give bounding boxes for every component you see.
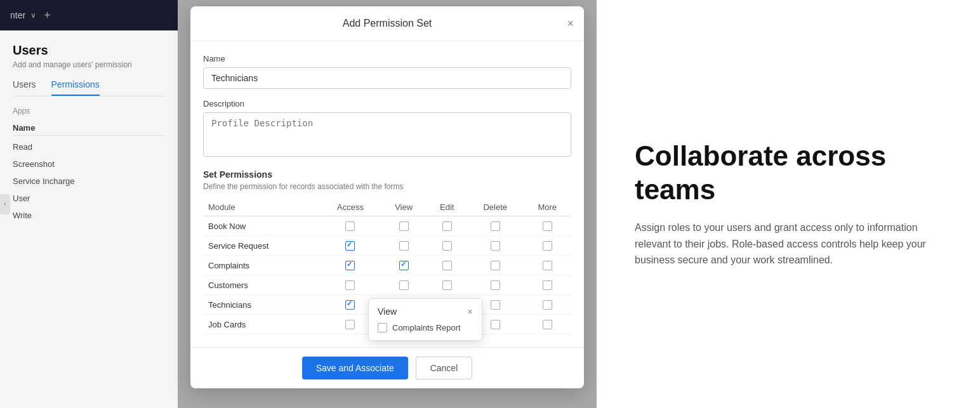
delete-cell xyxy=(467,236,524,256)
more-checkbox[interactable] xyxy=(543,261,552,270)
cancel-button[interactable]: Cancel xyxy=(416,357,473,379)
module-cell: Service Request xyxy=(203,236,320,256)
edit-checkbox[interactable] xyxy=(442,221,452,231)
name-input[interactable] xyxy=(203,67,571,89)
access-checkbox[interactable] xyxy=(345,221,355,231)
access-checkbox[interactable] xyxy=(345,300,355,310)
view-popup-close-button[interactable]: × xyxy=(468,306,473,317)
more-checkbox[interactable] xyxy=(543,221,552,231)
more-cell xyxy=(524,315,571,334)
delete-cell xyxy=(467,256,524,275)
table-row: Customers xyxy=(203,275,571,295)
more-checkbox[interactable] xyxy=(543,241,552,251)
view-popup-item: Complaints Report xyxy=(378,323,473,332)
module-cell: Book Now xyxy=(203,216,320,236)
access-checkbox[interactable] xyxy=(345,320,355,329)
col-delete: Delete xyxy=(467,199,524,216)
list-item-read[interactable]: Read xyxy=(13,138,165,155)
collapse-sidebar-button[interactable]: ‹ xyxy=(0,194,10,214)
more-cell xyxy=(524,295,571,315)
view-checkbox[interactable] xyxy=(399,241,409,251)
view-cell xyxy=(381,216,427,236)
access-cell xyxy=(320,256,381,275)
table-row: Book Now xyxy=(203,216,571,236)
sidebar-section-title: Users xyxy=(13,43,165,58)
list-item-screenshot[interactable]: Screenshot xyxy=(13,155,165,173)
list-item-write[interactable]: Write xyxy=(13,207,165,224)
col-access: Access xyxy=(320,199,381,216)
edit-cell xyxy=(427,275,467,295)
view-checkbox[interactable] xyxy=(399,280,409,290)
delete-checkbox[interactable] xyxy=(491,320,500,329)
edit-checkbox[interactable] xyxy=(442,261,452,270)
more-checkbox[interactable] xyxy=(543,300,552,310)
tab-users[interactable]: Users xyxy=(13,79,36,96)
tab-permissions[interactable]: Permissions xyxy=(51,79,100,96)
list-item-user[interactable]: User xyxy=(13,190,165,207)
more-cell xyxy=(524,275,571,295)
right-heading: Collaborate across teams xyxy=(635,140,942,207)
delete-checkbox[interactable] xyxy=(491,241,500,251)
edit-cell xyxy=(427,216,467,236)
more-cell xyxy=(524,256,571,275)
col-edit: Edit xyxy=(427,199,467,216)
more-checkbox[interactable] xyxy=(543,320,552,329)
modal-footer: Save and Associate Cancel xyxy=(190,347,584,388)
right-description: Assign roles to your users and grant acc… xyxy=(635,220,942,268)
add-permission-set-modal: Add Permission Set × Name Description Se… xyxy=(190,6,584,388)
more-cell xyxy=(524,216,571,236)
description-field-group: Description xyxy=(203,99,571,159)
more-cell xyxy=(524,236,571,256)
table-row: Service Request xyxy=(203,236,571,256)
module-cell: Job Cards xyxy=(203,315,320,334)
module-cell: Complaints xyxy=(203,256,320,275)
view-cell xyxy=(381,256,427,275)
complaints-report-label: Complaints Report xyxy=(392,323,461,332)
edit-cell xyxy=(427,256,467,275)
access-cell xyxy=(320,216,381,236)
access-checkbox[interactable] xyxy=(345,280,355,290)
access-cell xyxy=(320,275,381,295)
access-checkbox[interactable] xyxy=(345,261,355,270)
name-field-group: Name xyxy=(203,54,571,89)
delete-checkbox[interactable] xyxy=(491,280,500,290)
right-panel: Collaborate across teams Assign roles to… xyxy=(597,0,980,408)
view-checkbox[interactable] xyxy=(399,221,409,231)
sidebar-subtitle: Add and manage users' permission xyxy=(13,60,165,69)
name-column-header: Name xyxy=(13,121,165,136)
description-label: Description xyxy=(203,99,571,109)
list-item-service-incharge[interactable]: Service Incharge xyxy=(13,173,165,190)
name-label: Name xyxy=(203,54,571,63)
sidebar: nter ∨ + Users Add and manage users' per… xyxy=(0,0,178,408)
modal-close-button[interactable]: × xyxy=(567,17,574,30)
description-textarea[interactable] xyxy=(203,112,571,157)
complaints-report-checkbox[interactable] xyxy=(378,323,387,332)
delete-cell xyxy=(467,216,524,236)
edit-checkbox[interactable] xyxy=(442,280,452,290)
module-cell: Technicians xyxy=(203,295,320,315)
more-checkbox[interactable] xyxy=(543,280,552,290)
edit-checkbox[interactable] xyxy=(442,241,452,251)
module-cell: Customers xyxy=(203,275,320,295)
save-and-associate-button[interactable]: Save and Associate xyxy=(302,357,408,379)
modal-header: Add Permission Set × xyxy=(190,6,584,41)
delete-checkbox[interactable] xyxy=(491,300,500,310)
modal-backdrop: Add Permission Set × Name Description Se… xyxy=(178,0,597,408)
access-checkbox[interactable] xyxy=(345,241,355,251)
app-title: nter xyxy=(10,10,25,20)
view-cell xyxy=(381,275,427,295)
delete-cell xyxy=(467,275,524,295)
chevron-down-icon[interactable]: ∨ xyxy=(30,11,36,20)
sidebar-content: Users Add and manage users' permission U… xyxy=(0,30,178,224)
edit-cell xyxy=(427,236,467,256)
add-icon[interactable]: + xyxy=(44,9,51,22)
delete-checkbox[interactable] xyxy=(491,261,500,270)
delete-checkbox[interactable] xyxy=(491,221,500,231)
table-row: Complaints xyxy=(203,256,571,275)
col-more: More xyxy=(524,199,571,216)
col-view: View xyxy=(381,199,427,216)
access-cell xyxy=(320,236,381,256)
view-popup-title: View xyxy=(378,306,397,317)
col-module: Module xyxy=(203,199,320,216)
view-checkbox[interactable] xyxy=(399,261,409,270)
